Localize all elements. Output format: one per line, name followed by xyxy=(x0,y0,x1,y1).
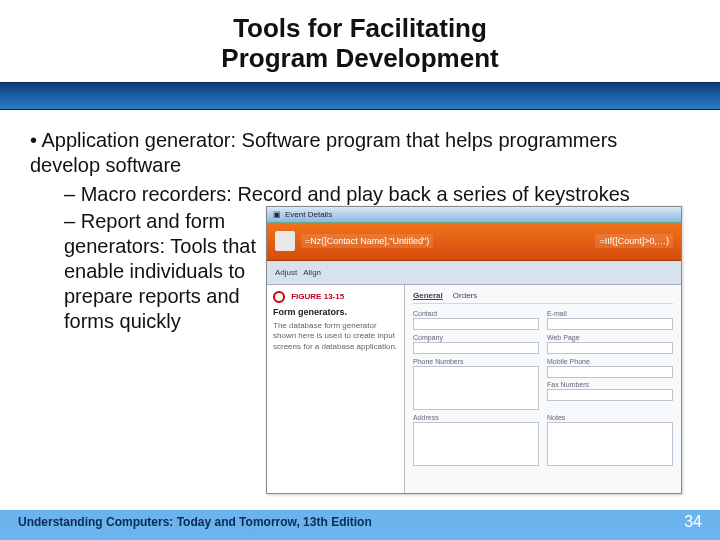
slide-title: Tools for Facilitating Program Developme… xyxy=(0,14,720,74)
caption-logo-icon xyxy=(273,291,285,303)
label-company: Company xyxy=(413,334,539,341)
form-header-ribbon: =Nz([Contact Name],"Untitled") =IIf([Cou… xyxy=(267,223,681,261)
form-tabs: General Orders xyxy=(413,291,673,304)
expression-left: =Nz([Contact Name],"Untitled") xyxy=(301,234,433,248)
tab-orders: Orders xyxy=(453,291,477,300)
window-titlebar: ▣ Event Details xyxy=(267,207,681,223)
label-notes: Notes xyxy=(547,414,673,421)
field-box xyxy=(413,422,539,466)
title-line-1: Tools for Facilitating xyxy=(233,13,487,43)
caption-header: FIGURE 13-15 xyxy=(291,292,344,301)
window-icon: ▣ xyxy=(273,210,281,219)
toolbar-item-2: Align xyxy=(303,268,321,277)
field-box xyxy=(413,318,539,330)
field-box xyxy=(547,389,673,401)
field-box xyxy=(547,318,673,330)
placeholder-icon xyxy=(275,231,295,251)
slide: Tools for Facilitating Program Developme… xyxy=(0,0,720,540)
form-design-surface: General Orders Contact E-mail Company We… xyxy=(405,285,681,493)
embedded-screenshot: ▣ Event Details =Nz([Contact Name],"Unti… xyxy=(266,206,682,494)
caption-body: The database form generator shown here i… xyxy=(273,321,398,352)
decorative-band xyxy=(0,82,720,110)
figure-body: FIGURE 13-15 Form generators. The databa… xyxy=(267,285,681,493)
label-email: E-mail xyxy=(547,310,673,317)
toolbar-item-1: Adjust xyxy=(275,268,297,277)
bullet-level1: Application generator: Software program … xyxy=(30,128,690,178)
label-phone: Phone Numbers xyxy=(413,358,539,365)
tab-general: General xyxy=(413,291,443,300)
window-title: Event Details xyxy=(285,210,332,219)
figure-caption-panel: FIGURE 13-15 Form generators. The databa… xyxy=(267,285,405,493)
form-toolbar: Adjust Align xyxy=(267,261,681,285)
bullet-level2-a: Macro recorders: Record and play back a … xyxy=(64,182,690,207)
content-area: Application generator: Software program … xyxy=(0,110,720,510)
label-mobile: Mobile Phone xyxy=(547,358,673,365)
book-title: Understanding Computers: Today and Tomor… xyxy=(18,515,372,529)
page-number: 34 xyxy=(684,513,702,531)
label-fax: Fax Numbers xyxy=(547,381,673,388)
field-box xyxy=(547,366,673,378)
field-box xyxy=(547,342,673,354)
field-box xyxy=(413,342,539,354)
bullet-level2-b: Report and form generators: Tools that e… xyxy=(64,209,284,334)
field-box xyxy=(547,422,673,466)
label-address: Address xyxy=(413,414,539,421)
label-contact: Contact xyxy=(413,310,539,317)
field-box xyxy=(413,366,539,410)
slide-footer: Understanding Computers: Today and Tomor… xyxy=(0,504,720,540)
caption-title: Form generators. xyxy=(273,307,398,317)
expression-right: =IIf([Count]>0,…) xyxy=(595,234,673,248)
label-webpage: Web Page xyxy=(547,334,673,341)
title-line-2: Program Development xyxy=(221,43,498,73)
title-area: Tools for Facilitating Program Developme… xyxy=(0,0,720,82)
